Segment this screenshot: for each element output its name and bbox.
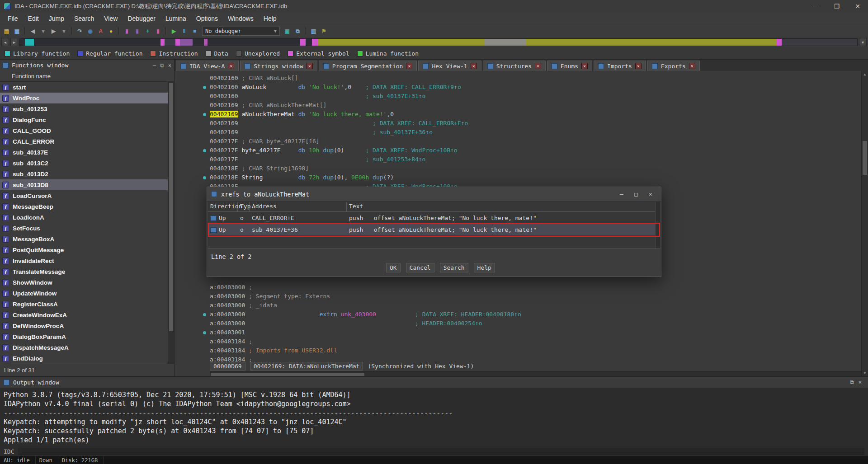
- nav-forward-dropdown-icon[interactable]: ▾: [59, 27, 69, 36]
- search-button[interactable]: Search: [440, 263, 468, 272]
- tab-program-segmentation[interactable]: Program Segmentation×: [319, 61, 417, 71]
- disasm-line[interactable]: a:00403000 ;: [175, 283, 861, 292]
- function-row-setfocus[interactable]: fSetFocus: [0, 223, 174, 234]
- tab-close-icon[interactable]: ×: [406, 63, 412, 69]
- xref-row[interactable]: UpoCALL_ERROR+Epush offset aNoLuckThereM…: [208, 212, 660, 224]
- function-row-dialogboxparama[interactable]: fDialogBoxParamA: [0, 331, 174, 342]
- tab-close-icon[interactable]: ×: [471, 63, 477, 69]
- function-row-defwindowproca[interactable]: fDefWindowProcA: [0, 320, 174, 331]
- navband-options-button[interactable]: ▾: [859, 38, 867, 46]
- functions-scrollbar-thumb[interactable]: [169, 83, 173, 331]
- disasm-line[interactable]: 00402169 ; DATA XREF: CALL_ERROR+E↑o: [175, 119, 861, 128]
- navband-right-button[interactable]: ▸: [10, 38, 18, 46]
- start-process-icon[interactable]: ▶: [169, 27, 179, 36]
- open-file-icon[interactable]: ▤: [2, 27, 11, 36]
- function-row-call-error[interactable]: fCALL_ERROR: [0, 136, 174, 147]
- navband-left-button[interactable]: ◂: [1, 38, 9, 46]
- function-row-call-good[interactable]: fCALL_GOOD: [0, 125, 174, 136]
- disasm-line[interactable]: 00402160 ; CHAR aNoLuck[]: [175, 74, 861, 83]
- function-row-invalidaterect[interactable]: fInvalidateRect: [0, 255, 174, 266]
- tab-enums[interactable]: Enums×: [547, 61, 592, 71]
- functions-column-header[interactable]: Function name: [0, 71, 174, 82]
- disassembly-vscrollbar[interactable]: ▲ ▼: [861, 71, 868, 376]
- nav-back-dropdown-icon[interactable]: ▾: [38, 27, 48, 36]
- disasm-line[interactable]: 00402160 ; sub_40137E+31↑o: [175, 92, 861, 101]
- output-float-icon[interactable]: ⧉: [850, 379, 854, 385]
- navigation-band[interactable]: [19, 38, 858, 46]
- create-struct-icon[interactable]: +: [143, 27, 152, 36]
- maximize-button[interactable]: ❐: [826, 0, 847, 12]
- function-row-createwindowexa[interactable]: fCreateWindowExA: [0, 309, 174, 320]
- function-row-sub-4013c2[interactable]: fsub_4013C2: [0, 158, 174, 169]
- lumina-icon[interactable]: ●: [106, 27, 116, 36]
- functions-float-icon[interactable]: ⧉: [160, 62, 164, 69]
- stop-process-icon[interactable]: ■: [190, 27, 199, 36]
- disasm-line[interactable]: a:00403000 ; Segment type: Externs: [175, 292, 861, 301]
- function-row-sub-4013d8[interactable]: fsub_4013D8: [0, 179, 174, 190]
- cancel-button[interactable]: Cancel: [406, 263, 434, 272]
- minimize-button[interactable]: —: [806, 0, 826, 12]
- disasm-line[interactable]: 00402169 ; CHAR aNoLuckThereMat[]: [175, 101, 861, 110]
- disasm-line[interactable]: 0040218E ; CHAR String[3698]: [175, 164, 861, 173]
- disasm-line[interactable]: 00402169 aNoLuckThereMat db 'No luck the…: [175, 110, 861, 119]
- disasm-line[interactable]: a:00403000 ; _idata: [175, 301, 861, 310]
- tab-imports[interactable]: Imports×: [594, 61, 646, 71]
- functions-scrollbar[interactable]: [168, 82, 174, 364]
- functions-close-icon[interactable]: ×: [168, 62, 171, 69]
- scroll-up-icon[interactable]: ▲: [862, 71, 868, 78]
- menu-help[interactable]: Help: [259, 13, 282, 24]
- menu-debugger[interactable]: Debugger: [123, 13, 160, 24]
- column-header-text[interactable]: Text: [347, 202, 660, 211]
- menu-options[interactable]: Options: [191, 13, 223, 24]
- cli-input[interactable]: [19, 448, 864, 455]
- menu-windows[interactable]: Windows: [223, 13, 259, 24]
- function-row-sub-40137e[interactable]: fsub_40137E: [0, 147, 174, 158]
- disassembly-hscrollbar[interactable]: [210, 371, 861, 376]
- tab-ida-view-a[interactable]: IDA View-A×: [176, 61, 239, 71]
- tab-close-icon[interactable]: ×: [307, 63, 313, 69]
- tab-strings-window[interactable]: Strings window×: [240, 61, 317, 71]
- nav-forward-icon[interactable]: ▶: [49, 27, 58, 36]
- function-row-dispatchmessagea[interactable]: fDispatchMessageA: [0, 342, 174, 353]
- function-row-registerclassa[interactable]: fRegisterClassA: [0, 299, 174, 309]
- column-header-direction[interactable]: Direction: [208, 202, 238, 211]
- menu-lumina[interactable]: Lumina: [160, 13, 191, 24]
- output-close-icon[interactable]: ×: [859, 379, 862, 385]
- disasm-line[interactable]: a:00403000 extrn unk_403000 ; DATA XREF:…: [175, 310, 861, 319]
- disasm-line[interactable]: 00402169 ; sub_40137E+36↑o: [175, 128, 861, 137]
- function-row-messagebeep[interactable]: fMessageBeep: [0, 201, 174, 212]
- dialog-close-icon[interactable]: ✕: [644, 191, 657, 197]
- ok-button[interactable]: OK: [386, 263, 401, 272]
- function-row-dialogfunc[interactable]: fDialogFunc: [0, 114, 174, 125]
- vscrollbar-thumb[interactable]: [863, 141, 867, 175]
- save-file-icon[interactable]: ▦: [12, 27, 22, 36]
- xref-row[interactable]: Uposub_40137E+36push offset aNoLuckThere…: [208, 224, 660, 235]
- jump-icon[interactable]: ↷: [75, 27, 85, 36]
- disasm-line[interactable]: 0040217E ; sub_401253+84↑o: [175, 155, 861, 164]
- function-row-showwindow[interactable]: fShowWindow: [0, 277, 174, 288]
- segments-icon[interactable]: ▮: [132, 27, 142, 36]
- dialog-maximize-icon[interactable]: □: [630, 191, 642, 197]
- function-row-loadcursora[interactable]: fLoadCursorA: [0, 190, 174, 201]
- function-row-updatewindow[interactable]: fUpdateWindow: [0, 288, 174, 299]
- nav-back-icon[interactable]: ◀: [28, 27, 38, 36]
- flag-icon[interactable]: ⚑: [319, 27, 329, 36]
- menu-file[interactable]: File: [3, 13, 23, 24]
- tab-close-icon[interactable]: ×: [689, 63, 695, 69]
- close-button[interactable]: ✕: [847, 0, 868, 12]
- cli-selector-button[interactable]: IDC: [4, 448, 14, 455]
- tab-close-icon[interactable]: ×: [535, 63, 541, 69]
- disasm-line[interactable]: 0040217E byte_40217E db 10h dup(0) ; DAT…: [175, 146, 861, 155]
- column-header-typ[interactable]: Typ: [238, 202, 250, 211]
- disasm-line[interactable]: 0040217E ; CHAR byte_40217E[16]: [175, 137, 861, 146]
- menu-search[interactable]: Search: [69, 13, 99, 24]
- hscrollbar-thumb[interactable]: [211, 373, 364, 376]
- function-row-postquitmessage[interactable]: fPostQuitMessage: [0, 244, 174, 255]
- disasm-line[interactable]: a:00403184 ;: [175, 337, 861, 346]
- function-row-messageboxa[interactable]: fMessageBoxA: [0, 234, 174, 244]
- tab-structures[interactable]: Structures×: [483, 61, 546, 71]
- function-row-sub-401253[interactable]: fsub_401253: [0, 103, 174, 114]
- search-text-icon[interactable]: A: [96, 27, 105, 36]
- function-row-start[interactable]: fstart: [0, 82, 174, 93]
- menu-view[interactable]: View: [99, 13, 123, 24]
